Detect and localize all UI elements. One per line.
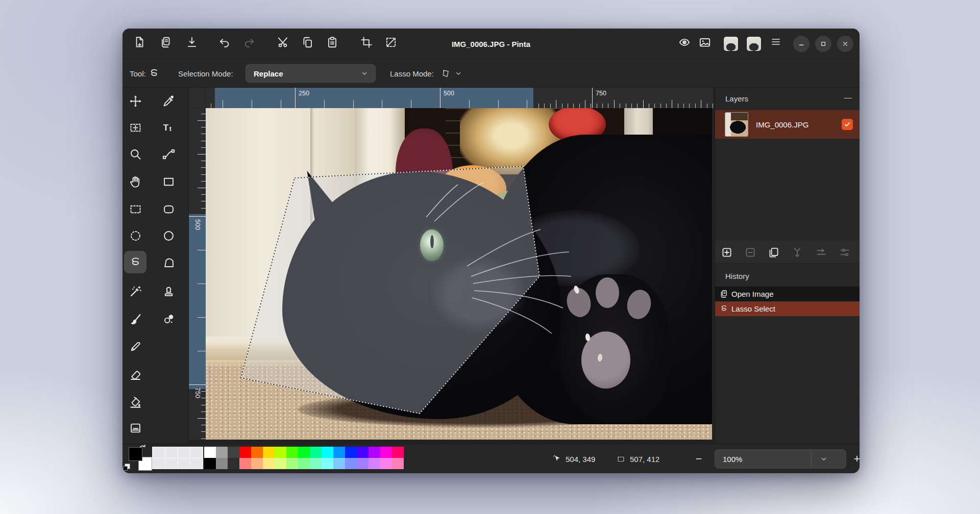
toolbox: Tt	[122, 88, 189, 444]
palette-color[interactable]	[239, 458, 251, 469]
tool-rectangle-select[interactable]	[124, 198, 146, 220]
palette-color[interactable]	[204, 447, 216, 458]
tool-color-picker[interactable]	[157, 90, 180, 112]
image-tab-thumbnail-1[interactable]	[724, 37, 738, 51]
recent-color-slot[interactable]	[190, 458, 203, 469]
tool-zoom[interactable]	[124, 143, 146, 165]
main-menu-button[interactable]	[770, 36, 786, 52]
lasso-mode-button[interactable]	[440, 68, 451, 79]
palette-color[interactable]	[275, 458, 286, 469]
recent-color-slot[interactable]	[165, 447, 178, 458]
layers-collapse-button[interactable]: —	[843, 93, 853, 101]
palette-color[interactable]	[345, 447, 357, 458]
palette-color[interactable]	[333, 447, 345, 458]
palette-color[interactable]	[263, 458, 275, 469]
tool-move-selected[interactable]	[124, 90, 146, 112]
primary-color-swatch[interactable]	[129, 447, 142, 461]
zoom-level-dropdown[interactable]: 100%	[715, 449, 846, 469]
recolor-icon	[162, 312, 176, 326]
image-canvas[interactable]	[206, 108, 712, 440]
palette-color[interactable]	[357, 447, 369, 458]
cut-button[interactable]	[277, 36, 293, 52]
palette-color[interactable]	[380, 447, 392, 458]
palette-color[interactable]	[333, 458, 345, 469]
lasso-mode-chevron-icon[interactable]	[454, 69, 462, 78]
tool-eraser[interactable]	[124, 363, 146, 386]
palette-color[interactable]	[345, 458, 357, 469]
recently-used-colors[interactable]	[152, 447, 203, 469]
palette-color[interactable]	[228, 458, 239, 469]
palette-color[interactable]	[263, 447, 275, 458]
recent-color-slot[interactable]	[178, 447, 190, 458]
palette-color[interactable]	[228, 447, 239, 458]
tool-paint-bucket[interactable]	[124, 391, 146, 413]
palette-color[interactable]	[239, 447, 251, 458]
tool-ellipse-select[interactable]	[124, 224, 146, 247]
duplicate-layer-button[interactable]	[767, 246, 780, 259]
tool-gradient[interactable]	[124, 417, 146, 439]
open-document-button[interactable]	[159, 36, 176, 52]
palette-color[interactable]	[322, 458, 333, 469]
palette-color[interactable]	[216, 458, 228, 469]
undo-button[interactable]	[218, 36, 234, 52]
palette-color[interactable]	[369, 458, 380, 469]
palette-color[interactable]	[204, 458, 216, 469]
palette-color[interactable]	[298, 447, 310, 458]
copy-button[interactable]	[301, 36, 317, 52]
zoom-out-button[interactable]: −	[691, 444, 706, 473]
tool-rectangle[interactable]	[157, 170, 180, 193]
lasso-selection-outline[interactable]	[206, 108, 712, 440]
tool-lasso-select[interactable]	[124, 251, 146, 273]
palette-color[interactable]	[251, 447, 263, 458]
palette-color[interactable]	[322, 447, 333, 458]
tool-text[interactable]: Tt	[157, 116, 180, 139]
tool-pan[interactable]	[124, 170, 146, 193]
tool-line-curve[interactable]	[157, 143, 180, 165]
palette-color[interactable]	[275, 447, 286, 458]
layer-row[interactable]: IMG_0006.JPG	[715, 110, 860, 139]
recent-color-slot[interactable]	[153, 458, 165, 469]
tool-move-selection[interactable]	[124, 116, 146, 139]
layer-visibility-checkbox[interactable]	[842, 119, 853, 130]
tool-magic-wand[interactable]	[124, 280, 146, 302]
minimize-button[interactable]	[793, 36, 810, 52]
history-item-open-image[interactable]: Open Image	[715, 287, 860, 301]
palette-color[interactable]	[392, 447, 404, 458]
zoom-in-button[interactable]: +	[849, 444, 860, 473]
palette-color[interactable]	[251, 458, 263, 469]
palette-color[interactable]	[298, 458, 310, 469]
palette-color[interactable]	[392, 458, 404, 469]
palette-color[interactable]	[369, 447, 380, 458]
tool-freeform-shape[interactable]	[157, 251, 180, 273]
image-properties-button[interactable]	[698, 36, 715, 52]
palette-color[interactable]	[286, 447, 298, 458]
new-document-button[interactable]	[133, 36, 149, 52]
save-button[interactable]	[185, 36, 202, 52]
add-layer-button[interactable]	[720, 246, 733, 259]
recent-color-slot[interactable]	[178, 458, 190, 469]
image-tab-thumbnail-2[interactable]	[747, 37, 761, 51]
tool-recolor[interactable]	[157, 307, 180, 330]
pencil-icon	[129, 340, 142, 353]
selection-mode-dropdown[interactable]: Replace	[246, 64, 376, 83]
recent-color-slot[interactable]	[153, 447, 165, 458]
tool-rounded-rectangle[interactable]	[157, 198, 180, 220]
reset-colors-button-black[interactable]	[123, 466, 128, 471]
tool-paintbrush[interactable]	[124, 307, 146, 330]
preview-eye-button[interactable]	[678, 36, 694, 52]
palette-color[interactable]	[310, 447, 322, 458]
recent-color-slot[interactable]	[165, 458, 178, 469]
tool-pencil[interactable]	[124, 335, 146, 357]
palette-color[interactable]	[357, 458, 369, 469]
tool-ellipse[interactable]	[157, 224, 180, 247]
palette-color[interactable]	[310, 458, 322, 469]
titlebar: IMG_0006.JPG - Pinta	[122, 29, 860, 59]
palette-color[interactable]	[380, 458, 392, 469]
history-item-lasso-select[interactable]: Lasso Select	[715, 301, 860, 316]
maximize-button[interactable]	[815, 36, 831, 52]
tool-clone-stamp[interactable]	[157, 280, 180, 302]
palette-color[interactable]	[286, 458, 298, 469]
recent-color-slot[interactable]	[190, 447, 203, 458]
close-button[interactable]	[837, 36, 853, 52]
palette-color[interactable]	[216, 447, 228, 458]
